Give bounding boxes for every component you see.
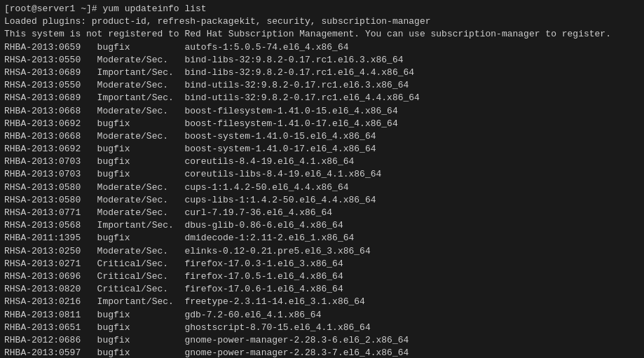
terminal: [root@server1 ~]# yum updateinfo list Lo… <box>0 0 644 358</box>
terminal-content: [root@server1 ~]# yum updateinfo list Lo… <box>4 3 640 358</box>
